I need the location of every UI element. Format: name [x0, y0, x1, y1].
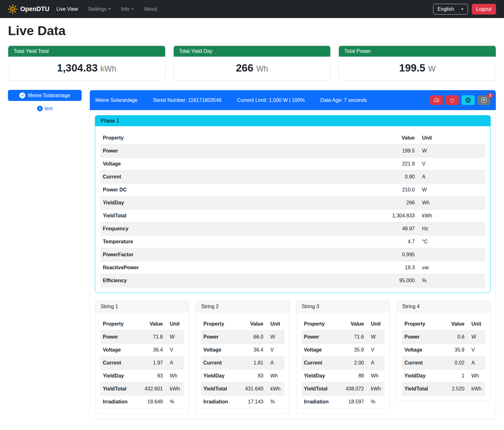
table-header-row: Property Value Unit	[302, 318, 385, 331]
table-row: YieldDay 93 Wh	[100, 370, 184, 383]
unit-cell: V	[165, 344, 184, 357]
column-header-property: Property	[302, 318, 339, 331]
unit-cell: °C	[417, 235, 485, 248]
unit-cell: A	[467, 357, 485, 370]
event-log-button[interactable]: 2	[477, 95, 490, 105]
table-row: Irradiation 17.143 %	[201, 396, 284, 408]
table-row: YieldDay 83 Wh	[201, 370, 284, 383]
unit-cell: W	[266, 331, 284, 344]
property-cell: YieldTotal	[100, 383, 138, 396]
summary-cards-row: Total Yield Total 1,304.83kWh Total Yiel…	[8, 46, 496, 81]
nav-items: Live View Settings Info About	[56, 4, 433, 15]
table-row: ReactivePower 19.3 var	[100, 261, 485, 274]
app-brand[interactable]: OpenDTU	[8, 4, 49, 14]
unit-cell: kWh	[165, 383, 184, 396]
table-row: PowerFactor 0.995	[100, 248, 485, 261]
nav-item-label: Live View	[56, 6, 78, 12]
limit-settings-button[interactable]	[430, 95, 443, 105]
value-cell: 1.97	[138, 357, 165, 370]
value-cell: 71.8	[138, 331, 165, 344]
column-header-value: Value	[138, 318, 165, 331]
table-header-row: Property Value Unit	[100, 132, 485, 145]
string-card: String 1 Property Value Unit Power 71.8 …	[95, 301, 189, 414]
property-cell: YieldTotal	[100, 209, 373, 222]
table-header-row: Property Value Unit	[402, 318, 485, 331]
unit-cell: V	[266, 344, 284, 357]
property-cell: Efficiency	[100, 274, 373, 287]
table-row: Irradiation 18.597 %	[302, 396, 385, 408]
unit-cell: var	[417, 261, 485, 274]
value-cell: 19.3	[373, 261, 417, 274]
test-label: test	[45, 106, 53, 111]
device-info-button[interactable]	[462, 95, 475, 105]
unit-cell: A	[165, 357, 184, 370]
property-cell: Voltage	[402, 344, 439, 357]
table-row: Current 1.97 A	[100, 357, 184, 370]
property-cell: YieldDay	[402, 370, 439, 383]
property-cell: Frequency	[100, 222, 373, 235]
sidebar-item-test[interactable]: test	[8, 106, 82, 111]
nav-item-label: About	[144, 6, 157, 12]
property-cell: Power	[100, 145, 373, 158]
property-cell: PowerFactor	[100, 248, 373, 261]
column-header-value: Value	[439, 318, 467, 331]
phase-card-body: Property Value Unit Power 199.5 W Voltag…	[95, 126, 490, 293]
check-circle-icon	[19, 92, 25, 98]
property-cell: Voltage	[302, 344, 339, 357]
string-card: String 4 Property Value Unit Power 0.6 W…	[396, 301, 491, 401]
summary-value: 266	[236, 62, 253, 74]
unit-cell: kWh	[467, 383, 485, 396]
unit-cell: Wh	[165, 370, 184, 383]
language-select[interactable]: English	[433, 4, 468, 15]
unit-cell: V	[366, 344, 385, 357]
unit-cell: W	[417, 184, 485, 196]
inverter-select-button[interactable]: Meine Solaranlage	[8, 90, 82, 101]
summary-value: 1,304.83	[57, 62, 97, 74]
value-cell: 221.9	[373, 158, 417, 171]
unit-cell	[417, 248, 485, 261]
value-cell: 93	[138, 370, 165, 383]
value-cell: 0.6	[439, 331, 467, 344]
nav-item-settings[interactable]: Settings	[88, 4, 111, 15]
nav-item-live-view[interactable]: Live View	[56, 4, 78, 15]
value-cell: 0.995	[373, 248, 417, 261]
logout-button[interactable]: Logout	[472, 4, 496, 15]
value-cell: 89	[339, 370, 366, 383]
nav-item-about[interactable]: About	[144, 4, 157, 15]
unit-cell: kWh	[266, 383, 284, 396]
inverter-select-label: Meine Solaranlage	[28, 93, 70, 98]
string-card-title: String 4	[397, 301, 490, 312]
power-button[interactable]	[446, 95, 459, 105]
value-cell: 66.0	[238, 331, 266, 344]
column-header-value: Value	[373, 132, 417, 145]
string-card-body: Property Value Unit Power 71.8 W Voltage…	[95, 312, 189, 414]
unit-cell: %	[366, 396, 385, 408]
strings-row: String 1 Property Value Unit Power 71.8 …	[95, 301, 491, 414]
chevron-down-icon	[461, 9, 464, 10]
summary-value: 199.5	[399, 62, 426, 74]
x-circle-icon	[37, 106, 43, 111]
value-cell: 1,304.833	[373, 209, 417, 222]
property-cell: Power	[402, 331, 439, 344]
speedometer-icon	[434, 97, 439, 103]
value-cell: 199.5	[373, 145, 417, 158]
unit-cell: kWh	[366, 383, 385, 396]
table-row: Voltage 36.4 V	[100, 344, 184, 357]
string-table: Property Value Unit Power 71.8 W Voltage…	[100, 318, 184, 408]
column-header-unit: Unit	[366, 318, 385, 331]
property-cell: Current	[201, 357, 238, 370]
inverter-serial: Serial Number: 116171603546	[153, 97, 221, 103]
column-header-value: Value	[339, 318, 366, 331]
nav-item-info[interactable]: Info	[121, 4, 134, 15]
string-card: String 2 Property Value Unit Power 66.0 …	[196, 301, 290, 414]
unit-cell: kWh	[417, 209, 485, 222]
property-cell: YieldDay	[201, 370, 238, 383]
value-cell: 4.7	[373, 235, 417, 248]
navbar: OpenDTU Live View Settings Info About En…	[0, 0, 504, 18]
property-cell: Voltage	[201, 344, 238, 357]
summary-card-title: Total Yield Total	[8, 46, 165, 57]
property-cell: Power	[201, 331, 238, 344]
table-row: Power 0.6 W	[402, 331, 485, 344]
table-row: YieldDay 89 Wh	[302, 370, 385, 383]
value-cell: 0.90	[373, 171, 417, 184]
